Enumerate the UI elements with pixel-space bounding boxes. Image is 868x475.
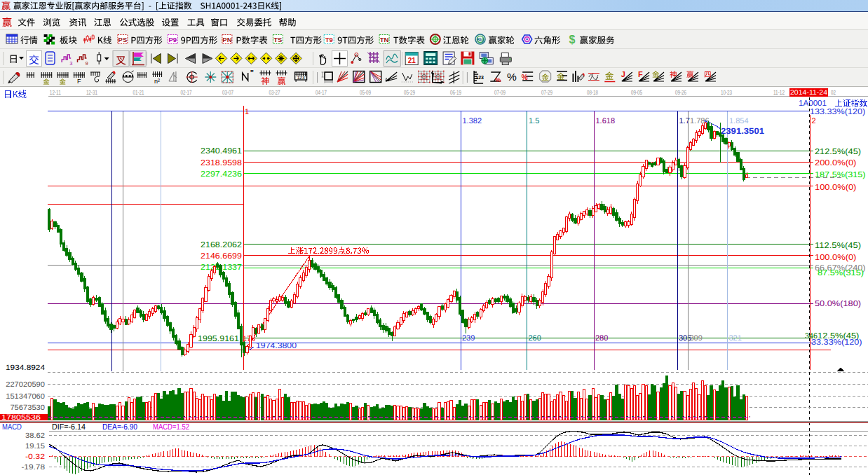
svg-text:1: 1 bbox=[245, 108, 249, 116]
svg-text:03-27: 03-27 bbox=[269, 89, 280, 96]
svg-text:151347060: 151347060 bbox=[6, 392, 45, 401]
svg-text:2297.4236: 2297.4236 bbox=[201, 170, 242, 179]
svg-text:239: 239 bbox=[462, 334, 475, 343]
svg-text:11-12: 11-12 bbox=[773, 89, 785, 96]
svg-text:1.382: 1.382 bbox=[463, 117, 482, 125]
svg-text:07-09: 07-09 bbox=[494, 89, 506, 96]
svg-text:DIF=-6.14: DIF=-6.14 bbox=[52, 423, 86, 432]
svg-text:05-09: 05-09 bbox=[360, 89, 371, 96]
svg-text:1.854: 1.854 bbox=[729, 117, 749, 125]
svg-text:280: 280 bbox=[595, 334, 608, 343]
svg-text:06-19: 06-19 bbox=[450, 89, 461, 96]
svg-text:03-07: 03-07 bbox=[222, 89, 233, 96]
svg-text:MACD: MACD bbox=[2, 423, 22, 432]
svg-text:19.15: 19.15 bbox=[25, 442, 45, 450]
svg-text:02-17: 02-17 bbox=[181, 89, 192, 96]
svg-text:38.62: 38.62 bbox=[25, 432, 45, 440]
svg-text:02: 02 bbox=[831, 89, 836, 96]
svg-text:12-31: 12-31 bbox=[86, 89, 97, 96]
svg-text:-0.32: -0.32 bbox=[25, 453, 45, 461]
svg-text:2014-11-24: 2014-11-24 bbox=[790, 89, 827, 97]
svg-text:2340.4961: 2340.4961 bbox=[201, 147, 242, 156]
svg-text:12-11: 12-11 bbox=[50, 89, 61, 96]
svg-text:2318.9598: 2318.9598 bbox=[201, 159, 242, 167]
svg-text:05-29: 05-29 bbox=[404, 89, 415, 96]
svg-text:309: 309 bbox=[690, 334, 703, 343]
svg-text:75673530: 75673530 bbox=[10, 404, 45, 412]
svg-text:187.5%(315): 187.5%(315) bbox=[815, 171, 866, 179]
svg-text:1995.9161: 1995.9161 bbox=[198, 335, 239, 343]
svg-text:133.33%(120): 133.33%(120) bbox=[810, 108, 865, 116]
svg-text:-19.78: -19.78 bbox=[21, 463, 45, 471]
svg-text:04-17: 04-17 bbox=[316, 89, 327, 96]
svg-text:346: 346 bbox=[805, 332, 818, 340]
svg-text:321: 321 bbox=[729, 334, 742, 343]
svg-text:200.0%(0): 200.0%(0) bbox=[815, 159, 857, 167]
svg-text:33.33%(120): 33.33%(120) bbox=[811, 338, 862, 347]
svg-text:1934.8924: 1934.8924 bbox=[6, 364, 45, 372]
svg-text:227020590: 227020590 bbox=[6, 380, 45, 389]
svg-text:212.5%(45): 212.5%(45) bbox=[815, 148, 861, 156]
svg-text:260: 260 bbox=[529, 334, 541, 343]
svg-text:50.0%(180): 50.0%(180) bbox=[815, 300, 861, 308]
svg-text:09-26: 09-26 bbox=[675, 89, 686, 96]
svg-text:1A0001: 1A0001 bbox=[799, 99, 827, 108]
svg-text:07-29: 07-29 bbox=[541, 89, 552, 96]
svg-text:08-18: 08-18 bbox=[587, 89, 598, 96]
svg-text:1974.3800: 1974.3800 bbox=[256, 342, 297, 350]
svg-text:MACD=1.52: MACD=1.52 bbox=[153, 423, 189, 432]
svg-text:2: 2 bbox=[812, 117, 816, 125]
svg-text:17805536: 17805536 bbox=[1, 413, 41, 422]
svg-text:100.0%(0): 100.0%(0) bbox=[815, 254, 857, 262]
svg-text:09-05: 09-05 bbox=[631, 89, 642, 96]
svg-text:112.5%(45): 112.5%(45) bbox=[815, 242, 861, 250]
svg-text:100.0%(0): 100.0%(0) bbox=[815, 184, 857, 192]
svg-text:10-23: 10-23 bbox=[721, 89, 732, 96]
svg-text:DEA=-6.90: DEA=-6.90 bbox=[102, 423, 137, 432]
svg-text:1.5: 1.5 bbox=[529, 117, 539, 125]
svg-text:01-21: 01-21 bbox=[133, 89, 144, 96]
svg-text:2391.3501: 2391.3501 bbox=[721, 126, 764, 136]
svg-text:87.5%(315): 87.5%(315) bbox=[818, 269, 864, 277]
svg-text:2168.2062: 2168.2062 bbox=[201, 241, 242, 249]
svg-text:2146.6699: 2146.6699 bbox=[201, 252, 242, 261]
svg-text:1.618: 1.618 bbox=[596, 117, 616, 125]
